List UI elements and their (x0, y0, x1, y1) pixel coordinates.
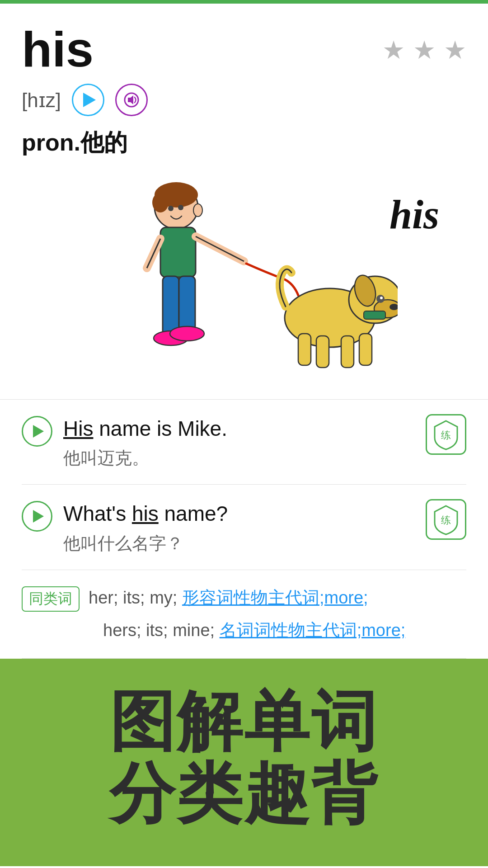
highlight-1: His (63, 417, 93, 440)
svg-point-16 (170, 326, 204, 341)
main-content: his ★ ★ ★ [hɪz] pron.他的 his (0, 4, 488, 659)
audio-us-button[interactable] (72, 84, 104, 116)
highlight-2: his (132, 502, 159, 525)
svg-rect-28 (359, 334, 372, 365)
svg-rect-24 (364, 311, 385, 319)
shield-practice-icon-1: 练 (432, 419, 460, 450)
phonetic-row: [hɪz] (22, 84, 466, 116)
illustration-svg (90, 173, 398, 381)
example-zh-1: 他叫迈克。 (63, 447, 415, 470)
example-item-1: His name is Mike. 他叫迈克。 练 (22, 400, 466, 485)
example-en-1: His name is Mike. (63, 414, 415, 443)
play-icon-2 (33, 510, 44, 523)
example-text-2: What's his name? 他叫什么名字？ (63, 499, 415, 555)
related-row-2: hers; its; mine; 名词词性物主代词;more; (22, 619, 466, 642)
svg-rect-8 (160, 227, 196, 277)
play-icon (83, 93, 96, 107)
banner-line-1: 图解单词 (22, 686, 466, 758)
example-zh-2: 他叫什么名字？ (63, 532, 415, 555)
svg-rect-14 (179, 276, 195, 330)
phonetic-text: [hɪz] (22, 89, 61, 112)
top-bar (0, 0, 488, 4)
svg-rect-13 (163, 276, 179, 335)
play-icon-1 (33, 425, 44, 438)
shield-practice-icon-2: 练 (432, 504, 460, 535)
related-section: 同类词 her; its; my; 形容词性物主代词;more; hers; i… (22, 570, 466, 659)
examples-section: His name is Mike. 他叫迈克。 练 What's his nam… (0, 399, 488, 570)
example-en-2: What's his name? (63, 499, 415, 528)
related-plain-1: her; its; my; (89, 588, 182, 607)
svg-marker-1 (128, 95, 133, 104)
illustration: his (22, 173, 466, 381)
related-plain-2: hers; its; mine; (103, 621, 220, 640)
audio-uk-button[interactable] (115, 84, 148, 116)
svg-line-10 (196, 236, 244, 261)
related-row-1: 同类词 her; its; my; 形容词性物主代词;more; (22, 586, 466, 612)
star-1[interactable]: ★ (382, 35, 405, 65)
svg-rect-26 (316, 336, 329, 368)
play-button-2[interactable] (22, 501, 52, 532)
practice-button-1[interactable]: 练 (426, 414, 466, 455)
svg-text:练: 练 (441, 429, 451, 441)
svg-text:练: 练 (441, 514, 451, 526)
star-rating[interactable]: ★ ★ ★ (382, 35, 466, 65)
example-left-2: What's his name? 他叫什么名字？ (22, 499, 415, 555)
word-header: his ★ ★ ★ (22, 22, 466, 76)
speaker-icon (123, 92, 140, 108)
svg-point-4 (152, 193, 169, 212)
svg-point-6 (178, 205, 183, 210)
related-link-2[interactable]: 名词词性物主代词;more; (220, 621, 406, 640)
star-3[interactable]: ★ (444, 35, 466, 65)
example-left-1: His name is Mike. 他叫迈克。 (22, 414, 415, 470)
practice-button-2[interactable]: 练 (426, 499, 466, 540)
svg-point-22 (380, 297, 383, 299)
word-in-image: his (389, 191, 439, 238)
related-words-1: her; its; my; 形容词性物主代词;more; (89, 586, 368, 609)
example-item-2: What's his name? 他叫什么名字？ 练 (22, 485, 466, 570)
bottom-banner: 图解单词 分类趣背 (0, 659, 488, 866)
related-words-2: hers; its; mine; 名词词性物主代词;more; (22, 619, 405, 642)
svg-point-5 (168, 206, 174, 211)
word-title: his (22, 22, 94, 76)
svg-line-12 (147, 239, 160, 268)
banner-line-2: 分类趣背 (22, 758, 466, 830)
example-text-1: His name is Mike. 他叫迈克。 (63, 414, 415, 470)
star-2[interactable]: ★ (413, 35, 436, 65)
svg-point-7 (193, 204, 202, 217)
related-tag: 同类词 (22, 586, 80, 612)
play-button-1[interactable] (22, 416, 52, 447)
svg-rect-25 (298, 334, 311, 365)
definition: pron.他的 (22, 127, 466, 159)
svg-rect-27 (341, 336, 354, 368)
related-link-1[interactable]: 形容词性物主代词;more; (182, 588, 368, 607)
